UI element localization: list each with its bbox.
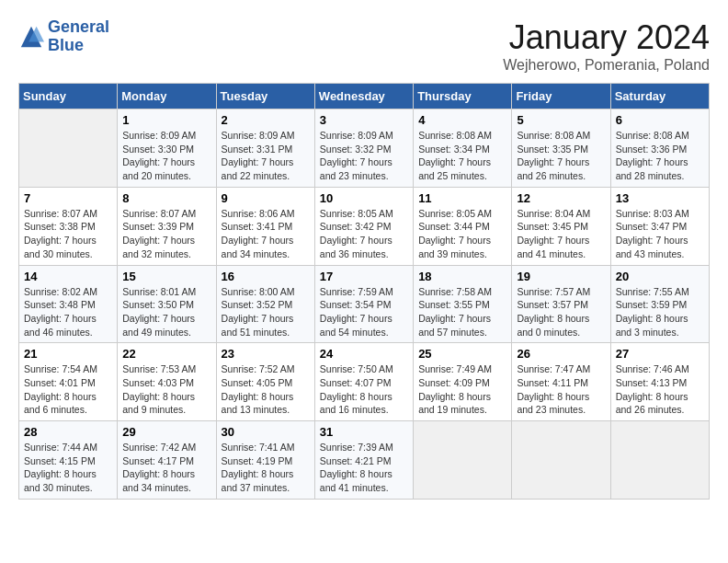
day-number: 24: [320, 347, 408, 361]
day-number: 10: [320, 191, 408, 205]
calendar-cell: 2Sunrise: 8:09 AM Sunset: 3:31 PM Daylig…: [216, 109, 314, 188]
calendar-cell: 10Sunrise: 8:05 AM Sunset: 3:42 PM Dayli…: [314, 187, 413, 265]
day-info: Sunrise: 8:03 AM Sunset: 3:47 PM Dayligh…: [616, 207, 704, 261]
logo-text: General Blue: [48, 18, 109, 55]
day-number: 19: [517, 270, 605, 283]
calendar-cell: 12Sunrise: 8:04 AM Sunset: 3:45 PM Dayli…: [512, 187, 610, 265]
day-info: Sunrise: 8:05 AM Sunset: 3:44 PM Dayligh…: [418, 207, 506, 261]
day-info: Sunrise: 7:47 AM Sunset: 4:11 PM Dayligh…: [517, 362, 605, 417]
calendar-week-row: 7Sunrise: 8:07 AM Sunset: 3:38 PM Daylig…: [19, 187, 710, 265]
day-info: Sunrise: 7:54 AM Sunset: 4:01 PM Dayligh…: [24, 362, 112, 417]
logo: General Blue: [18, 18, 109, 55]
day-number: 4: [418, 113, 506, 127]
calendar-cell: 3Sunrise: 8:09 AM Sunset: 3:32 PM Daylig…: [314, 109, 413, 188]
day-number: 31: [320, 425, 408, 439]
calendar-cell: 8Sunrise: 8:07 AM Sunset: 3:39 PM Daylig…: [118, 187, 216, 265]
day-info: Sunrise: 8:05 AM Sunset: 3:42 PM Dayligh…: [320, 207, 408, 261]
calendar-cell: 26Sunrise: 7:47 AM Sunset: 4:11 PM Dayli…: [512, 343, 610, 421]
day-number: 6: [616, 113, 704, 127]
day-number: 15: [122, 270, 210, 283]
calendar-week-row: 14Sunrise: 8:02 AM Sunset: 3:48 PM Dayli…: [19, 265, 710, 343]
day-number: 14: [24, 270, 112, 283]
calendar-cell: 1Sunrise: 8:09 AM Sunset: 3:30 PM Daylig…: [118, 109, 216, 188]
page-header: General Blue January 2024 Wejherowo, Pom…: [18, 18, 710, 74]
day-info: Sunrise: 7:42 AM Sunset: 4:17 PM Dayligh…: [122, 441, 210, 495]
calendar-cell: 7Sunrise: 8:07 AM Sunset: 3:38 PM Daylig…: [19, 187, 118, 265]
day-info: Sunrise: 8:07 AM Sunset: 3:39 PM Dayligh…: [122, 207, 210, 261]
day-info: Sunrise: 7:57 AM Sunset: 3:57 PM Dayligh…: [517, 285, 605, 339]
calendar-cell: 31Sunrise: 7:39 AM Sunset: 4:21 PM Dayli…: [314, 421, 413, 500]
calendar-cell: 9Sunrise: 8:06 AM Sunset: 3:41 PM Daylig…: [216, 187, 314, 265]
calendar-cell: 18Sunrise: 7:58 AM Sunset: 3:55 PM Dayli…: [414, 265, 512, 343]
day-info: Sunrise: 8:02 AM Sunset: 3:48 PM Dayligh…: [24, 285, 112, 339]
day-number: 1: [122, 113, 210, 127]
day-number: 13: [616, 191, 704, 205]
day-number: 5: [517, 113, 605, 127]
day-number: 17: [320, 270, 408, 283]
day-info: Sunrise: 7:46 AM Sunset: 4:13 PM Dayligh…: [616, 362, 704, 417]
calendar-cell: 22Sunrise: 7:53 AM Sunset: 4:03 PM Dayli…: [118, 343, 216, 421]
day-info: Sunrise: 7:41 AM Sunset: 4:19 PM Dayligh…: [222, 441, 310, 495]
weekday-header: Tuesday: [216, 84, 314, 109]
weekday-header: Friday: [512, 84, 610, 109]
day-number: 27: [616, 347, 704, 361]
calendar-week-row: 28Sunrise: 7:44 AM Sunset: 4:15 PM Dayli…: [19, 421, 710, 500]
calendar-cell: 15Sunrise: 8:01 AM Sunset: 3:50 PM Dayli…: [118, 265, 216, 343]
logo-icon: [18, 24, 44, 50]
day-number: 21: [24, 347, 112, 361]
day-number: 30: [222, 425, 310, 439]
calendar-cell: 24Sunrise: 7:50 AM Sunset: 4:07 PM Dayli…: [314, 343, 413, 421]
calendar-cell: 25Sunrise: 7:49 AM Sunset: 4:09 PM Dayli…: [414, 343, 512, 421]
weekday-header: Monday: [118, 84, 216, 109]
day-info: Sunrise: 8:01 AM Sunset: 3:50 PM Dayligh…: [122, 285, 210, 339]
day-number: 26: [517, 347, 605, 361]
day-number: 22: [122, 347, 210, 361]
calendar-body: 1Sunrise: 8:09 AM Sunset: 3:30 PM Daylig…: [19, 109, 710, 500]
day-number: 28: [24, 425, 112, 439]
calendar-cell: 11Sunrise: 8:05 AM Sunset: 3:44 PM Dayli…: [414, 187, 512, 265]
calendar-cell: [610, 421, 709, 500]
day-number: 16: [222, 270, 310, 283]
calendar-cell: 21Sunrise: 7:54 AM Sunset: 4:01 PM Dayli…: [19, 343, 118, 421]
day-number: 29: [122, 425, 210, 439]
day-number: 12: [517, 191, 605, 205]
calendar-cell: 19Sunrise: 7:57 AM Sunset: 3:57 PM Dayli…: [512, 265, 610, 343]
day-info: Sunrise: 7:58 AM Sunset: 3:55 PM Dayligh…: [418, 285, 506, 339]
day-info: Sunrise: 8:09 AM Sunset: 3:32 PM Dayligh…: [320, 129, 408, 183]
day-info: Sunrise: 7:39 AM Sunset: 4:21 PM Dayligh…: [320, 441, 408, 495]
calendar-cell: 16Sunrise: 8:00 AM Sunset: 3:52 PM Dayli…: [216, 265, 314, 343]
calendar-cell: 28Sunrise: 7:44 AM Sunset: 4:15 PM Dayli…: [19, 421, 118, 500]
day-number: 18: [418, 270, 506, 283]
day-number: 2: [222, 113, 310, 127]
calendar-cell: 14Sunrise: 8:02 AM Sunset: 3:48 PM Dayli…: [19, 265, 118, 343]
calendar-cell: 20Sunrise: 7:55 AM Sunset: 3:59 PM Dayli…: [610, 265, 709, 343]
day-number: 23: [222, 347, 310, 361]
day-number: 25: [418, 347, 506, 361]
calendar-week-row: 1Sunrise: 8:09 AM Sunset: 3:30 PM Daylig…: [19, 109, 710, 188]
day-info: Sunrise: 7:52 AM Sunset: 4:05 PM Dayligh…: [222, 362, 310, 417]
calendar-cell: [414, 421, 512, 500]
calendar-cell: [19, 109, 118, 188]
calendar-cell: 13Sunrise: 8:03 AM Sunset: 3:47 PM Dayli…: [610, 187, 709, 265]
calendar-title: January 2024: [503, 18, 710, 57]
calendar-cell: 29Sunrise: 7:42 AM Sunset: 4:17 PM Dayli…: [118, 421, 216, 500]
weekday-header: Wednesday: [314, 84, 413, 109]
calendar-cell: 27Sunrise: 7:46 AM Sunset: 4:13 PM Dayli…: [610, 343, 709, 421]
day-number: 11: [418, 191, 506, 205]
calendar-cell: 17Sunrise: 7:59 AM Sunset: 3:54 PM Dayli…: [314, 265, 413, 343]
calendar-cell: 30Sunrise: 7:41 AM Sunset: 4:19 PM Dayli…: [216, 421, 314, 500]
day-info: Sunrise: 8:09 AM Sunset: 3:30 PM Dayligh…: [122, 129, 210, 183]
weekday-header: Sunday: [19, 84, 118, 109]
day-info: Sunrise: 7:50 AM Sunset: 4:07 PM Dayligh…: [320, 362, 408, 417]
day-info: Sunrise: 8:04 AM Sunset: 3:45 PM Dayligh…: [517, 207, 605, 261]
weekday-header: Saturday: [610, 84, 709, 109]
day-info: Sunrise: 8:06 AM Sunset: 3:41 PM Dayligh…: [222, 207, 310, 261]
day-info: Sunrise: 8:08 AM Sunset: 3:36 PM Dayligh…: [616, 129, 704, 183]
calendar-week-row: 21Sunrise: 7:54 AM Sunset: 4:01 PM Dayli…: [19, 343, 710, 421]
day-info: Sunrise: 8:09 AM Sunset: 3:31 PM Dayligh…: [222, 129, 310, 183]
day-number: 9: [222, 191, 310, 205]
day-info: Sunrise: 7:49 AM Sunset: 4:09 PM Dayligh…: [418, 362, 506, 417]
calendar-cell: 5Sunrise: 8:08 AM Sunset: 3:35 PM Daylig…: [512, 109, 610, 188]
calendar-header-row: SundayMondayTuesdayWednesdayThursdayFrid…: [19, 84, 710, 109]
calendar-cell: 23Sunrise: 7:52 AM Sunset: 4:05 PM Dayli…: [216, 343, 314, 421]
